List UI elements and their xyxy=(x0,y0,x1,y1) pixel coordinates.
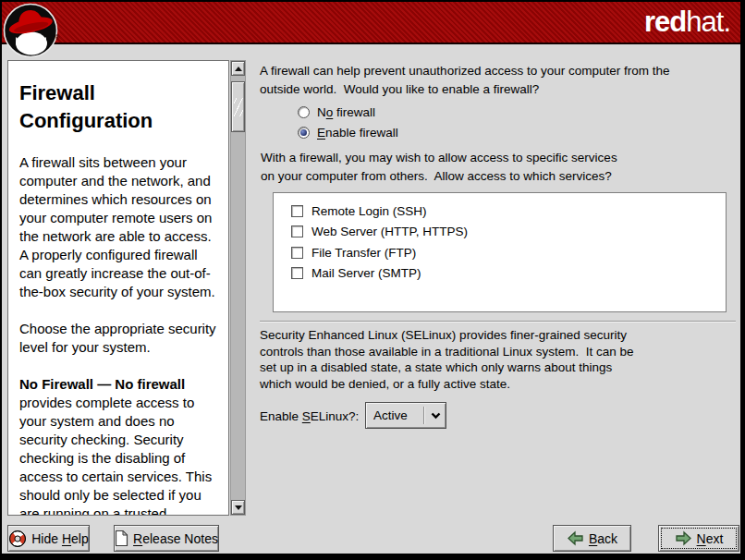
document-icon xyxy=(115,530,128,547)
arrow-right-icon xyxy=(675,530,692,546)
help-paragraph-3: No Firewall — No firewall provides compl… xyxy=(19,375,223,516)
firewall-question-text: A firewall can help prevent unauthorized… xyxy=(260,62,669,99)
triangle-down-icon xyxy=(235,505,242,510)
services-list: Remote Login (SSH) Web Server (HTTP, HTT… xyxy=(273,192,727,312)
release-notes-button[interactable]: Release Notes xyxy=(114,525,219,552)
next-label: Next xyxy=(697,531,724,546)
help-scrollbar[interactable] xyxy=(230,60,246,516)
section-separator xyxy=(260,321,736,322)
help-paragraph-1: A firewall sits between your computer an… xyxy=(19,153,223,301)
radio-no-firewall[interactable]: No firewall xyxy=(298,103,375,120)
help-no-firewall-text: provides complete access to your system … xyxy=(19,395,212,516)
radio-enable-firewall[interactable]: Enable firewall xyxy=(298,124,398,140)
window-body: ® redhat. Firewall Configuration A firew… xyxy=(2,2,740,554)
help-panel: Firewall Configuration A firewall sits b… xyxy=(7,60,229,516)
services-intro-text: With a firewall, you may wish to allow a… xyxy=(261,149,617,186)
scroll-up-button[interactable] xyxy=(231,61,245,76)
checkbox-ssh-label[interactable]: Remote Login (SSH) xyxy=(311,204,427,218)
checkbox-row-smtp[interactable]: Mail Server (SMTP) xyxy=(291,263,726,285)
hide-help-label: Hide Help xyxy=(31,531,89,546)
scrollbar-thumb[interactable] xyxy=(231,81,245,132)
chevron-down-icon xyxy=(425,412,446,420)
selinux-description: Security Enhanced Linux (SELinux) provid… xyxy=(260,327,633,392)
radio-indicator[interactable] xyxy=(298,106,310,118)
header-banner xyxy=(2,2,740,44)
checkbox-row-ftp[interactable]: File Transfer (FTP) xyxy=(291,242,726,263)
back-label: Back xyxy=(589,531,617,546)
radio-indicator[interactable] xyxy=(298,127,310,139)
life-preserver-icon xyxy=(8,530,27,548)
checkbox-http[interactable] xyxy=(291,225,303,237)
help-no-firewall-term: No Firewall — No firewall xyxy=(19,376,185,392)
brand-hat: hat. xyxy=(686,6,730,38)
trademark-symbol: ® xyxy=(55,34,59,41)
redhat-shadowman-icon xyxy=(3,2,60,59)
hide-help-button[interactable]: Hide Help xyxy=(7,525,90,552)
back-button[interactable]: Back xyxy=(553,525,631,552)
checkbox-smtp-label[interactable]: Mail Server (SMTP) xyxy=(311,266,421,280)
brand-red: red xyxy=(644,6,686,38)
checkbox-http-label[interactable]: Web Server (HTTP, HTTPS) xyxy=(311,225,468,238)
checkbox-ftp[interactable] xyxy=(291,247,303,259)
radio-enable-firewall-label[interactable]: Enable firewall xyxy=(317,126,398,140)
thumb-grip-icon xyxy=(234,98,243,116)
redhat-wordmark: redhat. xyxy=(644,6,730,39)
checkbox-ftp-label[interactable]: File Transfer (FTP) xyxy=(311,246,416,260)
next-button[interactable]: Next xyxy=(658,525,739,552)
checkbox-ssh[interactable] xyxy=(291,205,303,217)
checkbox-smtp[interactable] xyxy=(291,267,303,279)
selinux-label: Enable SELinux?: xyxy=(260,409,359,423)
selinux-dropdown[interactable]: Active xyxy=(365,402,446,429)
release-notes-label: Release Notes xyxy=(133,531,218,546)
installer-window: ® redhat. Firewall Configuration A firew… xyxy=(0,0,745,560)
arrow-left-icon xyxy=(567,530,584,546)
triangle-up-icon xyxy=(235,67,242,71)
checkbox-row-ssh[interactable]: Remote Login (SSH) xyxy=(291,201,726,222)
checkbox-row-http[interactable]: Web Server (HTTP, HTTPS) xyxy=(291,222,726,243)
help-paragraph-2: Choose the appropriate security level fo… xyxy=(19,320,223,357)
radio-no-firewall-label[interactable]: No firewall xyxy=(317,105,375,119)
selinux-dropdown-value: Active xyxy=(366,408,423,422)
help-title: Firewall Configuration xyxy=(19,79,223,135)
scroll-down-button[interactable] xyxy=(231,500,245,515)
